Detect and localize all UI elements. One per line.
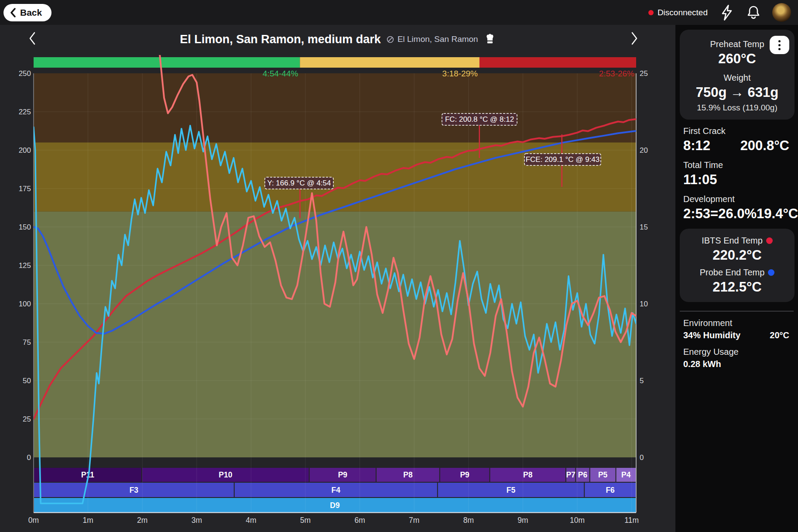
notifications-button[interactable] [746,4,761,21]
connection-status: Disconnected [648,8,708,17]
fan-band-label: F3 [130,486,139,494]
avatar[interactable] [772,3,791,22]
marker-tooltip-label: FCE: 209.1 °C @ 9:43 [526,155,600,164]
energy-section: Energy Usage 0.28 kWh [675,340,798,369]
humidity-value: 34% Humidity [683,330,740,340]
y-tick-label-right: 15 [640,223,648,231]
weight-value: 750g → 631g [684,85,790,100]
phase-bar-segment [300,57,479,68]
control-bands: P11P10P9P8P9P8P7P6P5P4F3F4F5F6D9 [34,468,636,512]
stats-sidebar: Preheat Temp 260°C Weight 750g → 631g 15… [675,25,798,532]
status-dot-icon [648,10,654,15]
bell-icon [746,4,761,21]
power-band-label: P9 [338,470,348,479]
more-options-button[interactable] [770,36,789,54]
first-crack-section: First Crack 8:12 200.8°C [675,120,798,154]
x-tick-label: 1m [82,516,93,525]
chevron-left-icon [10,8,17,17]
y-axis-labels-left: 0255075100125150175200225250 [19,69,31,462]
fan-band-label: F5 [507,486,516,494]
preheat-weight-card: Preheat Temp 260°C Weight 750g → 631g 15… [680,30,795,120]
probe-end-value: 212.5°C [684,279,790,295]
total-time-section: Total Time 11:05 [675,154,798,188]
total-time-label: Total Time [683,160,789,170]
x-tick-label: 3m [192,516,202,525]
status-label: Disconnected [658,8,708,17]
x-tick-label: 7m [409,516,419,525]
chart-panel: El Limon, San Ramon, medium dark El Limo… [0,25,675,532]
power-settings-button[interactable] [719,4,735,21]
y-tick-label-right: 5 [640,377,644,385]
lightning-icon [719,4,735,21]
x-tick-label: 2m [137,516,147,525]
power-band-label: P10 [219,470,232,479]
ibts-dot-icon [766,237,773,244]
x-tick-label: 9m [517,516,528,525]
power-band-label: P4 [621,470,631,479]
bean-link[interactable]: El Limon, San Ramon [386,34,478,44]
power-band-label: P9 [460,470,469,479]
ibts-end-value: 220.2°C [684,247,790,263]
environment-section: Environment 34% Humidity 20°C [675,312,798,340]
development-label: Development [683,194,789,204]
top-bar: Back Disconnected [0,0,798,25]
y-axis-labels-right: 0510152025 [640,69,648,462]
y-tick-label-right: 0 [640,453,644,462]
x-tick-label: 4m [246,516,256,525]
x-tick-label: 0m [28,516,39,525]
env-temp-value: 20°C [770,330,789,340]
fan-band-label: F6 [606,486,615,494]
y-tick-label: 100 [19,300,31,308]
y-tick-label: 150 [19,223,31,231]
phase-bar-segment [34,57,300,68]
power-band-label: P8 [523,470,533,479]
x-tick-label: 11m [624,516,639,525]
first-crack-label: First Crack [683,126,789,136]
drum-band-label: D9 [330,501,340,510]
first-crack-time: 8:12 [683,138,710,154]
x-tick-label: 10m [570,516,585,525]
development-value: 2:53=26.0% [683,206,757,222]
phase-label: 4:54-44% [263,69,298,78]
power-band-label: P5 [598,470,608,479]
y-tick-label: 75 [23,338,31,347]
y-tick-label: 125 [19,261,31,270]
roast-header: El Limon, San Ramon, medium dark El Limo… [0,28,675,50]
y-tick-label-right: 25 [640,69,648,78]
chef-hat-icon [484,33,496,45]
marker-tooltip-label: FC: 200.8 °C @ 8:12 [445,115,514,124]
bean-link-label: El Limon, San Ramon [397,34,478,44]
x-axis-labels: 0m1m2m3m4m5m6m7m8m9m10m11m [28,516,639,525]
first-crack-temp: 200.8°C [740,138,789,154]
recipe-button[interactable] [484,33,496,46]
probe-end-label: Probe End Temp [684,268,790,278]
probe-dot-icon [768,269,774,276]
y-tick-label-right: 10 [640,300,648,308]
power-band-label: P6 [578,470,588,479]
energy-value: 0.28 kWh [683,359,721,369]
y-tick-label: 200 [19,146,31,154]
phase-label: 2:53-26% [599,69,634,78]
phase-label: 3:18-29% [442,69,478,78]
back-button[interactable]: Back [3,4,51,21]
total-time-value: 11:05 [683,172,717,188]
y-tick-label-right: 20 [640,146,648,154]
y-tick-label: 250 [19,69,31,78]
energy-label: Energy Usage [683,347,789,357]
weight-label: Weight [684,73,790,83]
page-title: El Limon, San Ramon, medium dark [180,33,381,46]
y-tick-label: 25 [23,415,31,423]
y-tick-label: 0 [27,453,31,462]
power-band-label: P7 [566,470,575,479]
back-label: Back [20,7,42,18]
y-tick-label: 175 [19,185,31,193]
end-temps-card: IBTS End Temp 220.2°C Probe End Temp 212… [680,229,795,302]
fan-band-label: F4 [332,486,341,494]
roast-chart[interactable]: 4:54-44%3:18-29%2:53-26%P11P10P9P8P9P8P7… [0,50,675,532]
x-tick-label: 5m [300,516,311,525]
zone-band [34,142,636,211]
zone-band [34,73,636,142]
power-band-label: P8 [403,470,413,479]
y-tick-label: 50 [23,377,31,385]
development-section: Development 2:53=26.0% 19.4°C [675,188,798,222]
